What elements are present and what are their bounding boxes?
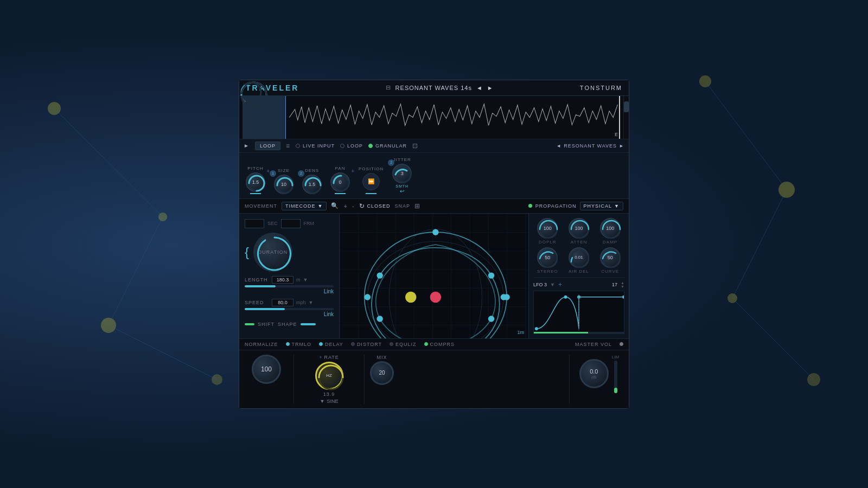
- propagation-dot: [528, 204, 532, 208]
- closed-button[interactable]: ↻ CLOSED: [359, 202, 391, 210]
- grid-icon[interactable]: ⊞: [414, 202, 420, 210]
- lim-meter: [614, 361, 617, 393]
- equliz-dot: [390, 342, 393, 346]
- rate-knob[interactable]: HZ: [315, 362, 343, 390]
- svg-point-48: [241, 82, 266, 107]
- master-arc: [239, 80, 269, 110]
- length-value[interactable]: 180.3: [272, 276, 293, 284]
- mix-knob[interactable]: 20: [370, 361, 394, 385]
- svg-line-0: [54, 108, 163, 217]
- pan-knob-container: + 0: [330, 172, 350, 194]
- size-knob[interactable]: 10: [274, 175, 293, 194]
- speed-link[interactable]: Link: [324, 311, 334, 317]
- dens-label: DENS: [305, 168, 319, 173]
- sine-dropdown-arrow[interactable]: ▼: [320, 399, 325, 404]
- master-vol-label: MASTER VOL: [575, 342, 612, 347]
- lfo-display[interactable]: [533, 291, 624, 334]
- speed-slider[interactable]: [245, 308, 334, 310]
- nav-next[interactable]: ►: [487, 85, 494, 91]
- rate-plus[interactable]: +: [319, 355, 322, 360]
- svg-point-43: [622, 295, 624, 298]
- granular-toggle[interactable]: GRANULAR: [368, 143, 407, 149]
- svg-point-13: [807, 373, 820, 386]
- length-label: LENGTH: [245, 277, 269, 282]
- speed-value[interactable]: 80.0: [272, 299, 293, 306]
- physical-dropdown[interactable]: PHYSICAL ▼: [580, 202, 623, 210]
- pitch-knob[interactable]: 1.5: [246, 172, 265, 192]
- resonant-nav-left[interactable]: ◄: [556, 143, 561, 149]
- waveform-display[interactable]: S E: [239, 96, 629, 139]
- damp-knob[interactable]: 100: [600, 218, 621, 239]
- shape-bar: [301, 323, 316, 325]
- curve-knob[interactable]: 50: [600, 247, 621, 268]
- nav-prev[interactable]: ◄: [476, 85, 483, 91]
- zoom-out-icon[interactable]: -: [352, 203, 355, 209]
- search-icon[interactable]: 🔍: [331, 202, 339, 209]
- air-del-knob[interactable]: 0.01: [569, 247, 589, 268]
- air-del-arc: [570, 248, 590, 269]
- timecode-dropdown[interactable]: TIMECODE ▼: [282, 202, 327, 210]
- scrollbar[interactable]: [623, 96, 629, 139]
- lim-fill: [614, 388, 617, 393]
- loop-button[interactable]: LOOP: [255, 142, 280, 150]
- header-center: ⊟ RESONANT WAVES 14s ◄ ►: [386, 84, 494, 91]
- lfo-label: LFO 3: [533, 282, 547, 287]
- speed-dropdown[interactable]: ▼: [309, 300, 314, 305]
- svg-point-6: [48, 102, 61, 115]
- comprs-toggle[interactable]: COMPRS: [424, 342, 455, 347]
- trmlo-toggle[interactable]: TRMLO: [286, 342, 312, 347]
- pitch-value: 1.5: [252, 179, 259, 185]
- comprs-label: COMPRS: [430, 342, 455, 347]
- delay-toggle[interactable]: DELAY: [319, 342, 343, 347]
- jitter-label: JITTER: [393, 157, 411, 162]
- svg-line-1: [108, 217, 163, 325]
- back-arrow-icon[interactable]: ↩: [400, 188, 404, 194]
- loop-radio[interactable]: [340, 144, 344, 148]
- save-icon[interactable]: ⊟: [386, 84, 391, 91]
- length-dropdown[interactable]: ▼: [303, 277, 308, 282]
- jitter-knob-container: 2 3 SMTH ↩: [392, 164, 412, 194]
- curve-arc: [601, 248, 622, 269]
- svg-point-26: [376, 316, 382, 322]
- svg-point-8: [101, 318, 116, 333]
- scrollbar-thumb[interactable]: [624, 101, 629, 112]
- plugin-window: TRAVELER ⊟ RESONANT WAVES 14s ◄ ► TONSTU…: [239, 80, 629, 409]
- master-vol-knob[interactable]: 0.0 dB: [579, 359, 609, 388]
- live-input-toggle[interactable]: LIVE INPUT: [296, 143, 335, 149]
- damp-group: 100 DAMP: [596, 218, 624, 245]
- length-link[interactable]: Link: [324, 288, 334, 294]
- position-ff-button[interactable]: ⏩: [362, 173, 380, 190]
- normalize-knob[interactable]: 100: [252, 355, 281, 384]
- preset-name: RESONANT WAVES 14s: [395, 85, 472, 91]
- pan-knob[interactable]: 0: [330, 172, 350, 192]
- equliz-toggle[interactable]: EQULIZ: [390, 342, 417, 347]
- length-slider[interactable]: [245, 285, 334, 287]
- frm-input[interactable]: 0: [281, 219, 301, 228]
- dens-knob[interactable]: 1.5: [302, 175, 322, 194]
- lfo-value-stepper[interactable]: ▲ ▼: [621, 281, 624, 288]
- atten-knob[interactable]: 100: [569, 218, 589, 239]
- pan-plus[interactable]: +: [351, 168, 354, 174]
- granular-radio[interactable]: [368, 144, 373, 148]
- position-label: POSITION: [359, 166, 384, 171]
- smth-label: SMTH: [395, 184, 409, 188]
- stereo-knob[interactable]: 50: [537, 247, 558, 268]
- list-icon[interactable]: ≡: [286, 142, 290, 150]
- play-button[interactable]: ►: [244, 143, 250, 149]
- jitter-knob[interactable]: 3: [392, 164, 412, 183]
- duration-knob[interactable]: DURATION: [253, 233, 292, 272]
- reverb-params: 100 DOPLR 100 ATTEN: [533, 218, 624, 274]
- sec-input[interactable]: 5: [245, 219, 264, 228]
- movement-canvas[interactable]: 1m: [340, 214, 528, 338]
- svg-point-24: [376, 272, 382, 278]
- lfo-dropdown[interactable]: ▼: [550, 282, 555, 287]
- lfo-add[interactable]: +: [558, 281, 562, 288]
- live-input-radio[interactable]: [296, 144, 300, 148]
- resonant-nav-right[interactable]: ►: [619, 143, 624, 149]
- loop-toggle[interactable]: LOOP: [340, 143, 363, 149]
- zoom-in-icon[interactable]: +: [343, 203, 347, 209]
- doplr-knob[interactable]: 100: [537, 218, 558, 239]
- folder-icon[interactable]: ⊡: [412, 142, 418, 150]
- distort-toggle[interactable]: DISTORT: [351, 342, 382, 347]
- position-indicator: [366, 193, 376, 194]
